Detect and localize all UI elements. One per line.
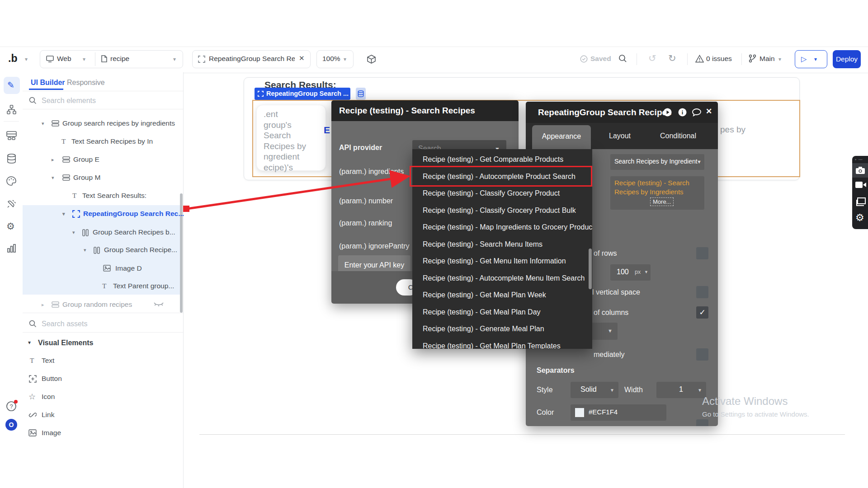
caret-down-icon[interactable]: ▾ (62, 205, 65, 223)
video-icon[interactable] (855, 181, 866, 188)
database-icon[interactable] (7, 154, 16, 164)
visual-elements-header[interactable]: Visual Elements (38, 339, 93, 347)
dropdown-option[interactable]: Recipe (testing) - Map Ingredients to Gr… (412, 219, 592, 236)
visual-elements-caret-icon[interactable]: ▾ (28, 339, 31, 346)
tree-row-group-search-recipe[interactable]: ▾ Group Search Recipe... (23, 241, 183, 259)
tree-row-image-d[interactable]: Image D (23, 259, 183, 277)
data-source-field[interactable]: Recipe (testing) - Search Recipes by Ing… (610, 176, 704, 210)
data-source-chip[interactable] (356, 88, 366, 100)
dropdown-option[interactable]: Recipe (testing) - Search Menu Items (412, 236, 592, 253)
caret-right-icon[interactable]: ▸ (42, 296, 44, 314)
tree-row-group-search[interactable]: ▾ Group search recipes by ingredients (23, 114, 183, 132)
text-element-icon: T (61, 132, 66, 150)
tree-row-group-search-recipes-b[interactable]: ▾ Group Search Recipes b... (23, 223, 183, 241)
deploy-button[interactable]: Deploy (833, 50, 861, 68)
dropdown-option[interactable]: Recipe (testing) - Classify Grocery Prod… (412, 202, 592, 219)
search-elements-input[interactable]: Search elements (42, 97, 96, 105)
hidden-eye-icon[interactable] (154, 302, 164, 307)
masonry-checkbox[interactable] (696, 419, 708, 426)
search-assets-input[interactable]: Search assets (42, 320, 87, 328)
dropdown-option[interactable]: Recipe (testing) - Get Menu Item Informa… (412, 253, 592, 270)
more-chip[interactable]: More... (650, 197, 674, 206)
tab-appearance[interactable]: Appearance (532, 125, 591, 149)
logo-chevron-icon[interactable]: ▾ (25, 56, 28, 62)
info-icon[interactable]: i (678, 108, 687, 117)
palette-item-image[interactable]: Image (23, 424, 183, 442)
tree-row-text-search-recipes[interactable]: T Text Search Recipes by In (23, 132, 183, 150)
min-height-input[interactable]: 100 px ▼ (610, 264, 651, 281)
type-of-content-select[interactable]: Search Recipes by Ingredient ▼ (610, 154, 704, 170)
dropdown-option[interactable]: Recipe (testing) - Generate Meal Plan (412, 320, 592, 338)
branch-name[interactable]: Main (760, 55, 775, 63)
dropdown-option[interactable]: Recipe (testing) - Classify Grocery Prod… (412, 185, 592, 202)
dropdown-option[interactable]: Recipe (testing) - Get Meal Plan Week (412, 286, 592, 304)
run-play-icon[interactable] (663, 108, 672, 117)
rows-checkbox[interactable] (696, 247, 708, 259)
redo-icon[interactable]: ↻ (668, 53, 676, 64)
close-icon[interactable]: ✕ (706, 107, 712, 116)
layers-icon[interactable] (855, 197, 866, 206)
separators-heading: Separators (537, 366, 575, 375)
undo-icon[interactable]: ↺ (648, 53, 656, 64)
bubble-logo[interactable]: .b (8, 52, 17, 65)
color-swatch[interactable] (575, 408, 584, 417)
tab-responsive[interactable]: Responsive (67, 79, 105, 87)
styles-palette-icon[interactable] (6, 176, 16, 186)
caret-down-icon[interactable]: ▾ (72, 223, 75, 241)
tab-layout[interactable]: Layout (609, 123, 631, 149)
element-label-chip[interactable]: RepeatingGroup Search ... (255, 88, 350, 100)
tree-row-group-m[interactable]: ▾ Group M (23, 169, 183, 187)
help-icon[interactable]: ? (5, 399, 18, 412)
color-input[interactable]: #ECF1F4 (571, 404, 666, 421)
preview-button[interactable]: ▷ ▾ (795, 50, 827, 68)
caret-down-icon[interactable]: ▾ (84, 241, 86, 259)
api-panel-header[interactable]: Recipe (testing) - Search Recipes (331, 100, 519, 121)
device-label[interactable]: Web (57, 55, 71, 63)
tree-row-repeatinggroup-selected[interactable]: ▾ RepeatingGroup Search Rec... (23, 205, 183, 223)
camera-tool-active[interactable] (852, 163, 868, 178)
branch-chevron-icon[interactable]: ▾ (778, 56, 781, 62)
device-chevron-icon[interactable]: ▾ (83, 56, 85, 62)
toolbar-dots-icon[interactable]: ◦ ⋯ (855, 157, 863, 162)
dropdown-option[interactable]: Recipe (testing) - Get Comparable Produc… (412, 151, 592, 168)
comment-icon[interactable] (692, 108, 701, 117)
caret-right-icon[interactable]: ▸ (52, 150, 54, 169)
palette-item-icon[interactable]: ☆ Icon (23, 388, 183, 406)
palette-item-link[interactable]: Link (23, 406, 183, 424)
dropdown-option[interactable]: Recipe (testing) - Get Meal Plan Day (412, 304, 592, 321)
avatar[interactable]: O (5, 419, 17, 431)
tree-label: Group random recipes (62, 296, 132, 314)
plugins-plug-icon[interactable] (7, 199, 16, 208)
tab-conditional[interactable]: Conditional (660, 123, 696, 149)
immediately-checkbox[interactable] (696, 348, 708, 361)
rg-panel-header[interactable]: RepeatingGroup Search Recipes i ✕ (526, 102, 718, 123)
dropdown-option[interactable]: Recipe (testing) - Autocomplete Menu Ite… (412, 270, 592, 287)
palette-item-text[interactable]: T Text (23, 352, 183, 370)
vspace-checkbox[interactable] (696, 286, 708, 298)
settings-gear-icon[interactable]: ⚙ (6, 221, 15, 232)
width-select[interactable]: 1 ▼ (656, 382, 706, 398)
tab-ui-builder[interactable]: UI Builder (31, 79, 65, 87)
workflow-sitemap-icon[interactable] (7, 105, 16, 114)
palette-item-button[interactable]: Button (23, 370, 183, 388)
tab-close-icon[interactable]: ✕ (299, 54, 305, 62)
logs-chart-icon[interactable] (7, 244, 16, 253)
caret-down-icon[interactable]: ▾ (42, 114, 44, 132)
tree-row-text-parent-group[interactable]: T Text Parent group... (23, 277, 183, 295)
components-grid-icon[interactable] (6, 131, 17, 140)
page-name-label[interactable]: recipe (110, 55, 129, 63)
tree-row-text-search-results[interactable]: T Text Search Results: (23, 187, 183, 205)
component-cube-icon[interactable] (367, 55, 376, 64)
search-icon[interactable] (618, 54, 627, 63)
dropdown-option[interactable]: Recipe (testing) - Get Meal Plan Templat… (412, 338, 592, 349)
design-tab-active[interactable]: ✎ (4, 77, 20, 94)
tree-row-group-e[interactable]: ▸ Group E (23, 150, 183, 169)
style-select[interactable]: Solid ▼ (571, 382, 618, 398)
tree-row-group-random-recipes[interactable]: ▸ Group random recipes (23, 296, 183, 314)
gear-icon[interactable]: ⚙ (855, 213, 864, 223)
dropdown-scrollbar[interactable] (589, 249, 592, 289)
caret-down-icon[interactable]: ▾ (52, 169, 54, 187)
page-chevron-icon[interactable]: ▾ (173, 56, 176, 62)
columns-checkbox-checked[interactable]: ✓ (696, 306, 708, 319)
issues-count[interactable]: 0 issues (706, 55, 732, 63)
